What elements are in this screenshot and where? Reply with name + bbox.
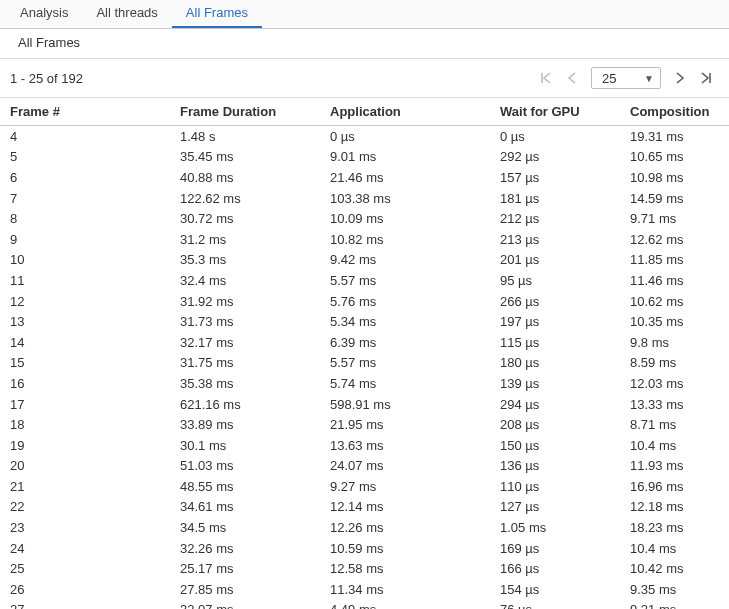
table-row[interactable]: 2732.07 ms4.49 ms76 µs9.21 ms — [0, 600, 729, 609]
table-row[interactable]: 7122.62 ms103.38 ms181 µs14.59 ms — [0, 188, 729, 209]
cell-duration: 40.88 ms — [170, 167, 320, 188]
cell-duration: 31.2 ms — [170, 229, 320, 250]
cell-composition: 12.03 ms — [620, 373, 729, 394]
cell-duration: 33.89 ms — [170, 414, 320, 435]
cell-frame: 18 — [0, 414, 170, 435]
cell-application: 4.49 ms — [320, 600, 490, 609]
cell-wait-gpu: 197 µs — [490, 311, 620, 332]
cell-frame: 11 — [0, 270, 170, 291]
tabs-top: Analysis All threads All Frames — [0, 0, 729, 29]
tab-analysis[interactable]: Analysis — [6, 0, 82, 28]
cell-composition: 8.71 ms — [620, 414, 729, 435]
cell-application: 9.27 ms — [320, 476, 490, 497]
cell-frame: 23 — [0, 517, 170, 538]
table-row[interactable]: 640.88 ms21.46 ms157 µs10.98 ms — [0, 167, 729, 188]
table-row[interactable]: 1231.92 ms5.76 ms266 µs10.62 ms — [0, 291, 729, 312]
cell-wait-gpu: 208 µs — [490, 414, 620, 435]
table-row[interactable]: 2627.85 ms11.34 ms154 µs9.35 ms — [0, 579, 729, 600]
cell-frame: 15 — [0, 353, 170, 374]
pager-first-icon[interactable] — [535, 67, 557, 89]
cell-composition: 9.35 ms — [620, 579, 729, 600]
cell-composition: 11.46 ms — [620, 270, 729, 291]
cell-composition: 10.4 ms — [620, 435, 729, 456]
cell-composition: 11.93 ms — [620, 456, 729, 477]
cell-wait-gpu: 150 µs — [490, 435, 620, 456]
cell-frame: 22 — [0, 497, 170, 518]
cell-frame: 14 — [0, 332, 170, 353]
table-row[interactable]: 1432.17 ms6.39 ms115 µs9.8 ms — [0, 332, 729, 353]
cell-application: 13.63 ms — [320, 435, 490, 456]
table-row[interactable]: 1833.89 ms21.95 ms208 µs8.71 ms — [0, 414, 729, 435]
table-row[interactable]: 1531.75 ms5.57 ms180 µs8.59 ms — [0, 353, 729, 374]
cell-duration: 35.38 ms — [170, 373, 320, 394]
cell-frame: 16 — [0, 373, 170, 394]
cell-application: 9.01 ms — [320, 147, 490, 168]
table-row[interactable]: 830.72 ms10.09 ms212 µs9.71 ms — [0, 208, 729, 229]
pager-prev-icon[interactable] — [561, 67, 583, 89]
table-row[interactable]: 2148.55 ms9.27 ms110 µs16.96 ms — [0, 476, 729, 497]
col-header-composition[interactable]: Composition — [620, 98, 729, 126]
cell-wait-gpu: 294 µs — [490, 394, 620, 415]
table-row[interactable]: 1635.38 ms5.74 ms139 µs12.03 ms — [0, 373, 729, 394]
cell-frame: 7 — [0, 188, 170, 209]
cell-duration: 35.45 ms — [170, 147, 320, 168]
table-row[interactable]: 1132.4 ms5.57 ms95 µs11.46 ms — [0, 270, 729, 291]
cell-duration: 1.48 s — [170, 126, 320, 147]
cell-duration: 32.07 ms — [170, 600, 320, 609]
cell-duration: 30.1 ms — [170, 435, 320, 456]
cell-frame: 8 — [0, 208, 170, 229]
cell-duration: 35.3 ms — [170, 250, 320, 271]
table-row[interactable]: 2051.03 ms24.07 ms136 µs11.93 ms — [0, 456, 729, 477]
cell-frame: 25 — [0, 558, 170, 579]
cell-duration: 32.4 ms — [170, 270, 320, 291]
table-row[interactable]: 17621.16 ms598.91 ms294 µs13.33 ms — [0, 394, 729, 415]
cell-duration: 31.92 ms — [170, 291, 320, 312]
cell-composition: 10.65 ms — [620, 147, 729, 168]
table-row[interactable]: 1035.3 ms9.42 ms201 µs11.85 ms — [0, 250, 729, 271]
cell-wait-gpu: 292 µs — [490, 147, 620, 168]
tab-all-frames[interactable]: All Frames — [172, 0, 262, 28]
col-header-frame[interactable]: Frame # — [0, 98, 170, 126]
cell-composition: 12.62 ms — [620, 229, 729, 250]
table-row[interactable]: 2432.26 ms10.59 ms169 µs10.4 ms — [0, 538, 729, 559]
cell-wait-gpu: 166 µs — [490, 558, 620, 579]
cell-duration: 34.61 ms — [170, 497, 320, 518]
col-header-application[interactable]: Application — [320, 98, 490, 126]
cell-wait-gpu: 181 µs — [490, 188, 620, 209]
subtab-all-frames[interactable]: All Frames — [6, 29, 92, 58]
table-row[interactable]: 2234.61 ms12.14 ms127 µs12.18 ms — [0, 497, 729, 518]
table-row[interactable]: 535.45 ms9.01 ms292 µs10.65 ms — [0, 147, 729, 168]
cell-duration: 27.85 ms — [170, 579, 320, 600]
frames-table: Frame # Frame Duration Application Wait … — [0, 98, 729, 609]
cell-composition: 18.23 ms — [620, 517, 729, 538]
table-row[interactable]: 41.48 s0 µs0 µs19.31 ms — [0, 126, 729, 147]
table-row[interactable]: 2525.17 ms12.58 ms166 µs10.42 ms — [0, 558, 729, 579]
table-row[interactable]: 931.2 ms10.82 ms213 µs12.62 ms — [0, 229, 729, 250]
col-header-wait-gpu[interactable]: Wait for GPU — [490, 98, 620, 126]
cell-application: 5.57 ms — [320, 270, 490, 291]
cell-wait-gpu: 154 µs — [490, 579, 620, 600]
cell-wait-gpu: 1.05 ms — [490, 517, 620, 538]
cell-application: 5.76 ms — [320, 291, 490, 312]
tabs-sub: All Frames — [0, 29, 729, 59]
table-row[interactable]: 2334.5 ms12.26 ms1.05 ms18.23 ms — [0, 517, 729, 538]
cell-application: 6.39 ms — [320, 332, 490, 353]
cell-wait-gpu: 95 µs — [490, 270, 620, 291]
cell-wait-gpu: 139 µs — [490, 373, 620, 394]
pager-last-icon[interactable] — [695, 67, 717, 89]
tab-all-threads[interactable]: All threads — [82, 0, 171, 28]
cell-frame: 4 — [0, 126, 170, 147]
chevron-down-icon: ▼ — [644, 73, 654, 84]
pager-range: 1 - 25 of 192 — [10, 71, 83, 86]
table-row[interactable]: 1930.1 ms13.63 ms150 µs10.4 ms — [0, 435, 729, 456]
table-row[interactable]: 1331.73 ms5.34 ms197 µs10.35 ms — [0, 311, 729, 332]
cell-frame: 9 — [0, 229, 170, 250]
page-size-select[interactable]: 25 ▼ — [591, 67, 661, 89]
cell-composition: 10.62 ms — [620, 291, 729, 312]
col-header-duration[interactable]: Frame Duration — [170, 98, 320, 126]
cell-application: 12.14 ms — [320, 497, 490, 518]
cell-application: 21.46 ms — [320, 167, 490, 188]
cell-duration: 32.26 ms — [170, 538, 320, 559]
pager-next-icon[interactable] — [669, 67, 691, 89]
cell-duration: 34.5 ms — [170, 517, 320, 538]
